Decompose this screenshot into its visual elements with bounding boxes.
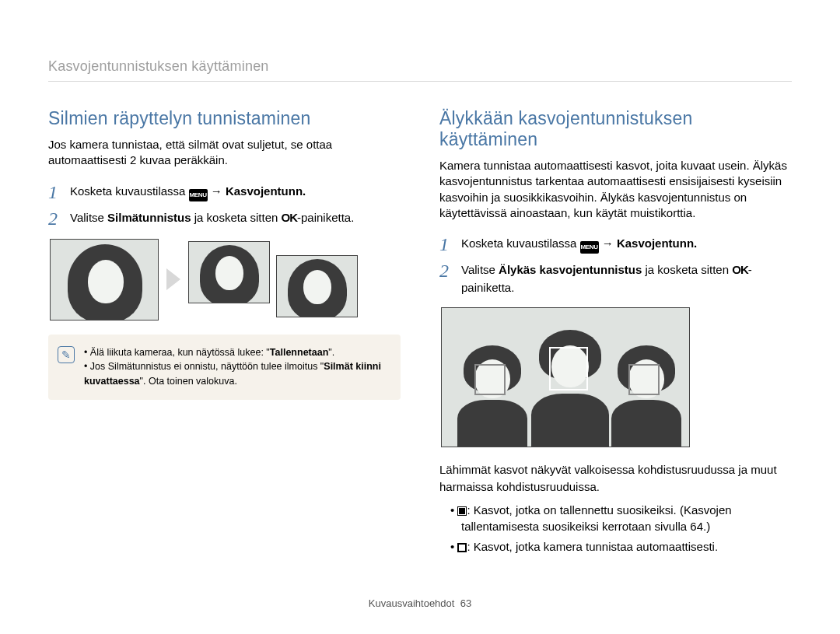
focus-box-gray-2 [628,364,660,395]
smart-face-photo [441,307,690,447]
note1-a: Älä liikuta kameraa, kun näytössä lukee:… [90,347,270,358]
left-step-1: 1 Kosketa kuvaustilassa MENU → Kasvojent… [48,183,401,201]
rstep2-a: Valitse [461,263,499,276]
step-number-2: 2 [48,209,62,228]
left-section-title: Silmien räpyttelyn tunnistaminen [48,108,401,129]
blink-photo-small-2 [276,255,358,317]
right-step-1-body: Kosketa kuvaustilassa MENU → Kasvojentun… [461,235,792,254]
step1-bold: Kasvojentunn. [226,184,306,198]
right-after-text: Lähimmät kasvot näkyvät valkoisessa kohd… [439,461,792,496]
ok-icon: OK [732,263,748,276]
right-step-2: 2 Valitse Älykäs kasvojentunnistus ja ko… [439,261,792,296]
step2-a: Valitse [70,211,107,224]
step-number-r2: 2 [439,261,453,280]
left-step-list: 1 Kosketa kuvaustilassa MENU → Kasvojent… [48,183,401,228]
rstep1-pre: Kosketa kuvaustilassa [461,236,580,250]
left-step-2-body: Valitse Silmätunnistus ja kosketa sitten… [70,209,401,227]
ok-icon: OK [282,211,298,224]
note-item-1: Älä liikuta kameraa, kun näytössä lukee:… [84,345,388,360]
blink-example-images [50,239,401,321]
rstep1-bold: Kasvojentunn. [617,236,697,250]
auto-face-icon [457,543,467,552]
blink-photo-small-1 [188,241,270,303]
step-number-r1: 1 [439,235,453,254]
focus-box-white [549,347,588,391]
rstep1-arrow: → [599,236,617,250]
right-section-title: Älykkään kasvojentunnistuksen käyttämine… [439,108,792,150]
bullet-auto-face: : Kasvot, jotka kamera tunnistaa automaa… [450,538,792,555]
right-column: Älykkään kasvojentunnistuksen käyttämine… [439,108,792,559]
blink-photo-pair [188,241,358,317]
bullet1-text: : Kasvot, jotka on tallennettu suosikeik… [461,503,732,534]
left-step-2: 2 Valitse Silmätunnistus ja kosketa sitt… [48,209,401,228]
right-step-1: 1 Kosketa kuvaustilassa MENU → Kasvojent… [439,235,792,254]
favorite-face-icon [457,506,467,516]
page-footer: Kuvausvaihtoehdot 63 [0,597,840,609]
right-step-2-body: Valitse Älykäs kasvojentunnistus ja kosk… [461,261,792,296]
menu-icon: MENU [580,241,599,254]
arrow-right-icon [166,268,180,290]
note-list: Älä liikuta kameraa, kun näytössä lukee:… [84,345,388,389]
note-box: ✎ Älä liikuta kameraa, kun näytössä luke… [48,335,401,400]
blink-photo-closed-eyes [50,239,159,321]
note-item-2: Jos Silmätunnistus ei onnistu, näyttöön … [84,359,388,389]
note-icon: ✎ [58,346,75,363]
right-step-list: 1 Kosketa kuvaustilassa MENU → Kasvojent… [439,235,792,296]
note1-b: ". [328,347,334,358]
note1-quote: Tallennetaan [270,347,328,358]
step2-bold: Silmätunnistus [107,211,191,224]
two-column-layout: Silmien räpyttelyn tunnistaminen Jos kam… [48,108,792,559]
right-bullet-list: : Kasvot, jotka on tallennettu suosikeik… [439,502,792,555]
left-column: Silmien räpyttelyn tunnistaminen Jos kam… [48,108,401,559]
step2-b: ja kosketa sitten [191,211,282,224]
rstep2-bold: Älykäs kasvojentunnistus [499,263,642,276]
left-step-1-body: Kosketa kuvaustilassa MENU → Kasvojentun… [70,183,401,201]
step2-c: -painiketta. [297,211,354,224]
menu-icon: MENU [189,189,208,201]
step-number-1: 1 [48,183,62,201]
note2-b: ". Ota toinen valokuva. [140,376,237,387]
bullet2-text: : Kasvot, jotka kamera tunnistaa automaa… [467,540,718,553]
left-intro-text: Jos kamera tunnistaa, että silmät ovat s… [48,137,401,169]
section-divider [48,81,792,82]
right-intro-text: Kamera tunnistaa automaattisesti kasvot,… [439,158,792,221]
breadcrumb: Kasvojentunnistuksen käyttäminen [48,58,792,75]
footer-label: Kuvausvaihtoehdot [369,597,455,609]
bullet-favorite-face: : Kasvot, jotka on tallennettu suosikeik… [450,502,792,536]
step1-arrow: → [208,184,226,198]
rstep2-b: ja kosketa sitten [642,263,732,276]
footer-page-number: 63 [460,597,471,609]
step1-pre: Kosketa kuvaustilassa [70,184,189,198]
focus-box-gray-1 [474,364,506,395]
note2-a: Jos Silmätunnistus ei onnistu, näyttöön … [90,361,324,372]
